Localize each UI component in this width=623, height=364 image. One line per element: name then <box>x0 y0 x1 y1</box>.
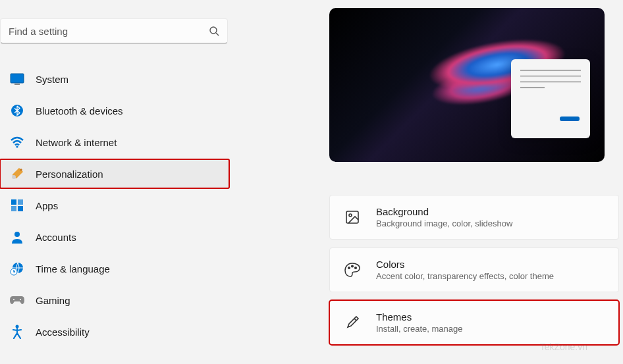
svg-rect-2 <box>11 74 24 83</box>
svg-point-12 <box>14 232 20 237</box>
sidebar-item-accounts[interactable]: Accounts <box>0 222 229 251</box>
palette-icon <box>343 261 362 279</box>
card-background[interactable]: Background Background image, color, slid… <box>329 195 619 240</box>
svg-point-22 <box>355 267 357 269</box>
svg-point-15 <box>13 299 14 300</box>
sidebar-item-label: Personalization <box>36 169 103 180</box>
sidebar-item-label: System <box>36 74 68 85</box>
watermark: TekZone.vn <box>540 342 587 352</box>
svg-point-0 <box>210 27 217 34</box>
card-subtitle: Install, create, manage <box>376 324 605 334</box>
svg-line-1 <box>216 33 219 36</box>
card-title: Background <box>376 206 605 217</box>
gamepad-icon <box>9 292 25 308</box>
svg-point-16 <box>20 299 21 300</box>
search-box[interactable] <box>0 18 228 43</box>
person-icon <box>9 229 25 245</box>
nav-list: System Bluetooth & devices Network & int… <box>0 57 229 346</box>
svg-point-17 <box>16 325 19 328</box>
sidebar-item-label: Accessibility <box>36 326 90 338</box>
sidebar-item-time[interactable]: Time & language <box>0 254 229 283</box>
sidebar-item-system[interactable]: System <box>0 65 229 93</box>
svg-point-6 <box>16 145 18 147</box>
sidebar-item-label: Gaming <box>36 295 70 306</box>
sidebar-item-accessibility[interactable]: Accessibility <box>0 317 229 346</box>
sidebar-item-personalization[interactable]: Personalization <box>0 159 229 188</box>
paintbrush-icon <box>9 166 25 182</box>
brush-icon <box>343 313 362 332</box>
card-themes[interactable]: Themes Install, create, manage <box>329 300 619 345</box>
svg-point-21 <box>352 265 354 267</box>
sidebar-item-apps[interactable]: Apps <box>0 191 229 220</box>
svg-point-7 <box>12 175 16 179</box>
sidebar-item-network[interactable]: Network & internet <box>0 128 229 157</box>
sidebar-item-label: Network & internet <box>36 137 117 148</box>
sidebar-item-bluetooth[interactable]: Bluetooth & devices <box>0 96 229 125</box>
apps-icon <box>9 197 25 213</box>
svg-point-19 <box>349 214 352 217</box>
card-title: Themes <box>376 311 605 323</box>
card-title: Colors <box>376 259 605 270</box>
svg-rect-9 <box>18 199 23 205</box>
sidebar-item-label: Time & language <box>36 263 110 274</box>
search-icon <box>209 26 219 36</box>
globe-clock-icon <box>9 261 25 276</box>
svg-rect-18 <box>346 211 358 223</box>
svg-rect-4 <box>14 84 20 85</box>
monitor-icon <box>9 71 25 87</box>
search-input[interactable] <box>9 26 209 37</box>
svg-rect-10 <box>11 206 16 211</box>
svg-rect-8 <box>11 199 16 205</box>
accessibility-icon <box>9 324 25 340</box>
image-icon <box>343 208 362 226</box>
card-subtitle: Accent color, transparency effects, colo… <box>376 271 605 281</box>
desktop-preview <box>329 8 605 162</box>
sidebar-item-gaming[interactable]: Gaming <box>0 286 229 315</box>
sidebar-item-label: Apps <box>36 200 58 211</box>
main-content: Background Background image, color, slid… <box>229 0 623 364</box>
card-subtitle: Background image, color, slideshow <box>376 219 605 228</box>
bluetooth-icon <box>9 103 25 118</box>
settings-sidebar: System Bluetooth & devices Network & int… <box>0 0 229 364</box>
accent-preview <box>560 117 580 121</box>
svg-point-20 <box>348 267 350 269</box>
sidebar-item-label: Accounts <box>36 232 76 243</box>
sidebar-item-label: Bluetooth & devices <box>36 105 123 117</box>
svg-rect-11 <box>18 206 23 211</box>
window-preview <box>511 59 590 138</box>
card-colors[interactable]: Colors Accent color, transparency effect… <box>329 247 619 292</box>
wifi-icon <box>9 134 25 150</box>
